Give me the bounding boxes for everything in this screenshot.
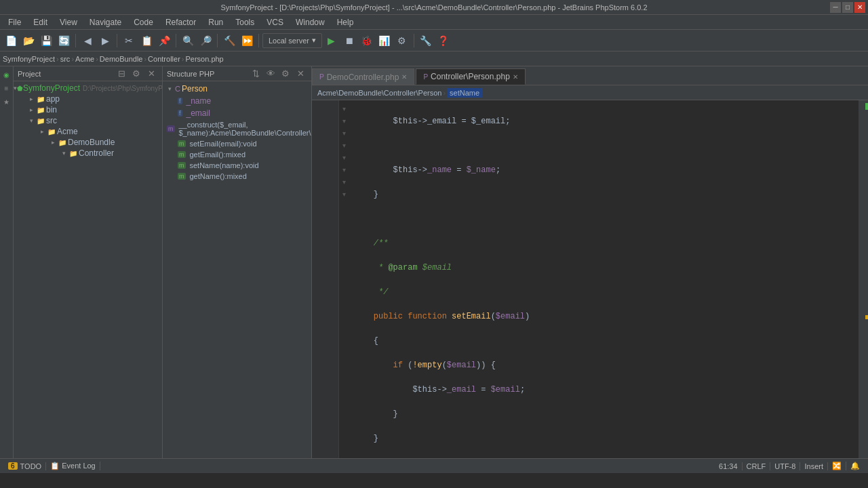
menu-code[interactable]: Code	[128, 16, 159, 28]
open-button[interactable]: 📂	[20, 33, 37, 49]
class-name-label: Person	[182, 84, 208, 94]
tree-item-demobundle[interactable]: ▸ 📁 DemoBundle	[14, 137, 162, 148]
tree-item-src[interactable]: ▾ 📁 src	[14, 115, 162, 126]
menu-run[interactable]: Run	[203, 16, 229, 28]
copy-button[interactable]: 📋	[138, 33, 155, 49]
method-badge-construct: m	[167, 125, 175, 132]
menu-navigate[interactable]: Navigate	[84, 16, 127, 28]
cursor-position: 61:34	[715, 462, 743, 470]
tab-democontroller[interactable]: P DemoController.php ✕	[312, 68, 414, 85]
fold-22[interactable]: ▾	[339, 164, 349, 176]
structure-close-button[interactable]: ✕	[294, 67, 307, 81]
close-panel-button[interactable]: ✕	[144, 67, 158, 81]
tab-close-democontroller[interactable]: ✕	[401, 73, 407, 81]
structure-method-setemail[interactable]: m setEmail(email):void	[163, 138, 311, 149]
run-button[interactable]: ▶	[323, 33, 340, 49]
paste-button[interactable]: 📌	[156, 33, 172, 49]
menu-edit[interactable]: Edit	[28, 16, 53, 28]
menu-view[interactable]: View	[54, 16, 83, 28]
breadcrumb-person[interactable]: Person.php	[185, 55, 223, 63]
maximize-button[interactable]: □	[842, 2, 853, 13]
coverage-button[interactable]: 📊	[376, 33, 393, 49]
fold-27[interactable]: ▾	[339, 176, 349, 188]
tree-item-acme[interactable]: ▸ 📁 Acme	[14, 126, 162, 137]
alphabetical-sort-button[interactable]: ⇅	[249, 67, 262, 81]
debug-nav-button[interactable]: ⏩	[239, 33, 255, 49]
fold-14[interactable]: ▾	[339, 140, 349, 152]
tree-root[interactable]: ▾ ⬟ SymfonyProject D:\Projects\Php\Symfo…	[14, 83, 162, 94]
line-ending-label: CRLF	[747, 462, 766, 470]
menu-vcs[interactable]: VCS	[261, 16, 289, 28]
tree-item-bin[interactable]: ▸ 📁 bin	[14, 104, 162, 115]
fold-4[interactable]: ▾	[339, 115, 349, 127]
editor-bc-method[interactable]: setName	[447, 88, 482, 98]
settings-button[interactable]: 🔧	[418, 33, 434, 49]
structure-method-getemail[interactable]: m getEmail():mixed	[163, 149, 311, 160]
event-log-status[interactable]: 📋 Event Log	[46, 462, 100, 470]
structure-field-email[interactable]: f _email	[163, 107, 311, 119]
cut-button[interactable]: ✂	[121, 33, 137, 49]
structure-icon[interactable]: ≡	[1, 83, 12, 94]
notification-status[interactable]: 🔔	[846, 462, 864, 470]
favorites-icon[interactable]: ★	[1, 96, 12, 107]
search-button[interactable]: 🔍	[180, 33, 196, 49]
todo-status[interactable]: 6 TODO	[4, 462, 46, 470]
save-button[interactable]: 💾	[38, 33, 54, 49]
structure-class-person[interactable]: ▾ C Person	[163, 83, 311, 95]
visibility-filter-button[interactable]: 👁	[264, 67, 277, 81]
tree-item-controller[interactable]: ▾ 📁 Controller	[14, 148, 162, 159]
breadcrumb-symfony[interactable]: SymfonyProject	[3, 55, 55, 63]
build-button[interactable]: 🔨	[221, 33, 237, 49]
fold-9[interactable]: ▾	[339, 127, 349, 140]
find-button[interactable]: 🔎	[197, 33, 214, 49]
tree-item-app[interactable]: ▸ 📁 app	[14, 94, 162, 104]
debug-button[interactable]: 🐞	[359, 33, 375, 49]
new-file-button[interactable]: 📄	[3, 33, 19, 49]
minimize-button[interactable]: ─	[830, 2, 841, 13]
structure-method-getname[interactable]: m getName():mixed	[163, 171, 311, 182]
collapse-all-button[interactable]: ⊟	[115, 67, 128, 81]
tab-close-person[interactable]: ✕	[513, 73, 518, 81]
forward-button[interactable]: ▶	[97, 33, 113, 49]
structure-method-setname[interactable]: m setName(name):void	[163, 160, 311, 171]
structure-tree: ▾ C Person f _name f _email m __construc…	[163, 81, 311, 458]
separator-5	[258, 34, 259, 47]
sync-button[interactable]: 🔄	[56, 33, 72, 49]
run-config-dropdown[interactable]: Local server ▾	[262, 33, 322, 48]
breadcrumb-acme[interactable]: Acme	[75, 55, 94, 63]
menu-help[interactable]: Help	[332, 16, 359, 28]
encoding-status[interactable]: UTF-8	[770, 462, 800, 470]
structure-field-name[interactable]: f _name	[163, 95, 311, 107]
profile-button[interactable]: ⚙	[394, 33, 410, 49]
fold-19[interactable]: ▾	[339, 152, 349, 164]
cursor-mode-status[interactable]: Insert	[800, 462, 828, 470]
back-button[interactable]: ◀	[79, 33, 96, 49]
line-ending[interactable]: CRLF	[743, 462, 771, 470]
right-gutter[interactable]	[859, 100, 868, 458]
breadcrumb-demobundle[interactable]: DemoBundle	[100, 55, 143, 63]
fold-1[interactable]: ▾	[339, 103, 349, 115]
code-editor[interactable]: ▾ ▾ ▾ ▾ ▾	[312, 100, 868, 458]
gear-icon[interactable]: ⚙	[130, 67, 143, 81]
help-toolbar-button[interactable]: ❓	[435, 33, 452, 49]
menu-refactor[interactable]: Refactor	[160, 16, 201, 28]
tree-label-acme: Acme	[57, 127, 78, 136]
menu-tools[interactable]: Tools	[230, 16, 260, 28]
vcs-status[interactable]: 🔀	[828, 462, 846, 470]
tab-icon-person: P	[423, 73, 428, 81]
method-label-setname: setName(name):void	[190, 161, 259, 169]
fold-32[interactable]: ▾	[339, 188, 349, 201]
code-content[interactable]: $this->_email = $_email; $this->_name = …	[349, 100, 859, 458]
close-button[interactable]: ✕	[854, 2, 865, 13]
structure-settings-button[interactable]: ⚙	[279, 67, 292, 81]
editor-bc-namespace[interactable]: Acme\DemoBundle\Controller\Person	[317, 89, 441, 97]
structure-method-construct[interactable]: m __construct($_email, $_name):Acme\Demo…	[163, 119, 311, 138]
tab-person[interactable]: P Controller\Person.php ✕	[416, 68, 525, 85]
breadcrumb-src[interactable]: src	[60, 55, 71, 63]
stop-button[interactable]: ⏹	[341, 33, 357, 49]
menu-file[interactable]: File	[3, 16, 26, 28]
project-icon[interactable]: ◉	[1, 69, 12, 80]
breadcrumb-controller[interactable]: Controller	[148, 55, 180, 63]
menu-window[interactable]: Window	[290, 16, 330, 28]
notification-icon: 🔔	[850, 462, 860, 470]
